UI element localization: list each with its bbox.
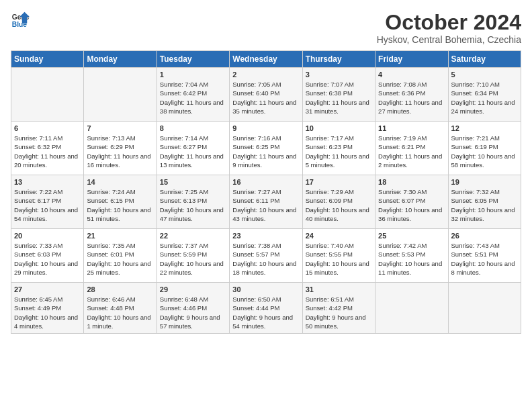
month-title: October 2024 (377, 11, 521, 34)
day-info: Sunrise: 6:45 AM Sunset: 4:49 PM Dayligh… (14, 295, 81, 330)
day-info: Sunrise: 7:38 AM Sunset: 5:57 PM Dayligh… (232, 241, 299, 277)
page-header: General Blue October 2024 Hyskov, Centra… (11, 11, 521, 45)
day-info: Sunrise: 7:27 AM Sunset: 6:11 PM Dayligh… (232, 187, 299, 223)
day-info: Sunrise: 7:40 AM Sunset: 5:55 PM Dayligh… (306, 241, 372, 277)
calendar-cell: 18Sunrise: 7:30 AM Sunset: 6:07 PM Dayli… (375, 175, 448, 229)
day-number: 21 (87, 232, 153, 240)
day-info: Sunrise: 7:43 AM Sunset: 5:51 PM Dayligh… (451, 241, 518, 277)
calendar-cell: 28Sunrise: 6:46 AM Sunset: 4:48 PM Dayli… (84, 283, 157, 334)
calendar-week-3: 13Sunrise: 7:22 AM Sunset: 6:17 PM Dayli… (11, 175, 521, 229)
calendar-cell (448, 283, 521, 334)
calendar-cell (84, 68, 157, 122)
day-info: Sunrise: 7:29 AM Sunset: 6:09 PM Dayligh… (306, 187, 372, 223)
day-info: Sunrise: 6:51 AM Sunset: 4:42 PM Dayligh… (306, 295, 372, 330)
calendar-cell: 25Sunrise: 7:42 AM Sunset: 5:53 PM Dayli… (375, 229, 448, 283)
calendar-cell (375, 283, 448, 334)
calendar-cell: 30Sunrise: 6:50 AM Sunset: 4:44 PM Dayli… (230, 283, 302, 334)
calendar-table: SundayMondayTuesdayWednesdayThursdayFrid… (11, 50, 521, 334)
calendar-cell: 31Sunrise: 6:51 AM Sunset: 4:42 PM Dayli… (302, 283, 375, 334)
day-number: 15 (160, 178, 226, 186)
day-number: 4 (378, 71, 445, 79)
day-info: Sunrise: 7:16 AM Sunset: 6:25 PM Dayligh… (232, 134, 299, 169)
day-info: Sunrise: 6:50 AM Sunset: 4:44 PM Dayligh… (232, 295, 299, 330)
calendar-cell: 13Sunrise: 7:22 AM Sunset: 6:17 PM Dayli… (11, 175, 84, 229)
day-header-tuesday: Tuesday (157, 51, 229, 68)
day-number: 29 (160, 285, 226, 293)
day-info: Sunrise: 7:22 AM Sunset: 6:17 PM Dayligh… (14, 187, 81, 223)
calendar-cell: 5Sunrise: 7:10 AM Sunset: 6:34 PM Daylig… (448, 68, 521, 122)
calendar-cell: 4Sunrise: 7:08 AM Sunset: 6:36 PM Daylig… (375, 68, 448, 122)
day-info: Sunrise: 7:04 AM Sunset: 6:42 PM Dayligh… (160, 80, 226, 116)
day-number: 13 (14, 178, 81, 186)
day-number: 14 (87, 178, 153, 186)
calendar-week-2: 6Sunrise: 7:11 AM Sunset: 6:32 PM Daylig… (11, 122, 521, 175)
day-number: 2 (232, 71, 299, 79)
calendar-cell (11, 68, 84, 122)
calendar-cell: 19Sunrise: 7:32 AM Sunset: 6:05 PM Dayli… (448, 175, 521, 229)
day-number: 27 (14, 285, 81, 293)
day-number: 24 (306, 232, 372, 240)
day-number: 17 (306, 178, 372, 186)
day-info: Sunrise: 7:30 AM Sunset: 6:07 PM Dayligh… (378, 187, 445, 223)
day-info: Sunrise: 7:07 AM Sunset: 6:38 PM Dayligh… (306, 80, 372, 116)
calendar-cell: 11Sunrise: 7:19 AM Sunset: 6:21 PM Dayli… (375, 122, 448, 175)
calendar-cell: 15Sunrise: 7:25 AM Sunset: 6:13 PM Dayli… (157, 175, 229, 229)
calendar-week-1: 1Sunrise: 7:04 AM Sunset: 6:42 PM Daylig… (11, 68, 521, 122)
day-info: Sunrise: 7:14 AM Sunset: 6:27 PM Dayligh… (160, 134, 226, 169)
day-number: 9 (232, 124, 299, 132)
calendar-cell: 16Sunrise: 7:27 AM Sunset: 6:11 PM Dayli… (230, 175, 302, 229)
calendar-cell: 23Sunrise: 7:38 AM Sunset: 5:57 PM Dayli… (230, 229, 302, 283)
calendar-cell: 6Sunrise: 7:11 AM Sunset: 6:32 PM Daylig… (11, 122, 84, 175)
day-info: Sunrise: 7:10 AM Sunset: 6:34 PM Dayligh… (451, 80, 518, 116)
calendar-cell: 9Sunrise: 7:16 AM Sunset: 6:25 PM Daylig… (230, 122, 302, 175)
calendar-cell: 12Sunrise: 7:21 AM Sunset: 6:19 PM Dayli… (448, 122, 521, 175)
calendar-cell: 8Sunrise: 7:14 AM Sunset: 6:27 PM Daylig… (157, 122, 229, 175)
day-number: 31 (306, 285, 372, 293)
calendar-cell: 29Sunrise: 6:48 AM Sunset: 4:46 PM Dayli… (157, 283, 229, 334)
calendar-cell: 22Sunrise: 7:37 AM Sunset: 5:59 PM Dayli… (157, 229, 229, 283)
day-header-thursday: Thursday (302, 51, 375, 68)
day-info: Sunrise: 7:17 AM Sunset: 6:23 PM Dayligh… (306, 134, 372, 169)
day-info: Sunrise: 6:46 AM Sunset: 4:48 PM Dayligh… (87, 295, 153, 330)
location-subtitle: Hyskov, Central Bohemia, Czechia (377, 34, 521, 45)
day-info: Sunrise: 7:05 AM Sunset: 6:40 PM Dayligh… (232, 80, 299, 116)
calendar-cell: 1Sunrise: 7:04 AM Sunset: 6:42 PM Daylig… (157, 68, 229, 122)
title-block: October 2024 Hyskov, Central Bohemia, Cz… (377, 11, 521, 45)
calendar-cell: 17Sunrise: 7:29 AM Sunset: 6:09 PM Dayli… (302, 175, 375, 229)
day-info: Sunrise: 7:21 AM Sunset: 6:19 PM Dayligh… (451, 134, 518, 169)
day-info: Sunrise: 7:37 AM Sunset: 5:59 PM Dayligh… (160, 241, 226, 277)
calendar-cell: 21Sunrise: 7:35 AM Sunset: 6:01 PM Dayli… (84, 229, 157, 283)
day-header-monday: Monday (84, 51, 157, 68)
day-header-friday: Friday (375, 51, 448, 68)
day-number: 6 (14, 124, 81, 132)
calendar-week-4: 20Sunrise: 7:33 AM Sunset: 6:03 PM Dayli… (11, 229, 521, 283)
day-info: Sunrise: 7:32 AM Sunset: 6:05 PM Dayligh… (451, 187, 518, 223)
day-number: 5 (451, 71, 518, 79)
calendar-cell: 7Sunrise: 7:13 AM Sunset: 6:29 PM Daylig… (84, 122, 157, 175)
calendar-cell: 27Sunrise: 6:45 AM Sunset: 4:49 PM Dayli… (11, 283, 84, 334)
day-info: Sunrise: 7:42 AM Sunset: 5:53 PM Dayligh… (378, 241, 445, 277)
calendar-header-row: SundayMondayTuesdayWednesdayThursdayFrid… (11, 51, 521, 68)
day-info: Sunrise: 6:48 AM Sunset: 4:46 PM Dayligh… (160, 295, 226, 330)
day-number: 19 (451, 178, 518, 186)
day-info: Sunrise: 7:19 AM Sunset: 6:21 PM Dayligh… (378, 134, 445, 169)
day-header-sunday: Sunday (11, 51, 84, 68)
day-info: Sunrise: 7:25 AM Sunset: 6:13 PM Dayligh… (160, 187, 226, 223)
calendar-cell: 14Sunrise: 7:24 AM Sunset: 6:15 PM Dayli… (84, 175, 157, 229)
day-number: 7 (87, 124, 153, 132)
day-header-wednesday: Wednesday (230, 51, 302, 68)
calendar-week-5: 27Sunrise: 6:45 AM Sunset: 4:49 PM Dayli… (11, 283, 521, 334)
day-number: 10 (306, 124, 372, 132)
day-number: 26 (451, 232, 518, 240)
day-number: 11 (378, 124, 445, 132)
day-number: 8 (160, 124, 226, 132)
calendar-cell: 2Sunrise: 7:05 AM Sunset: 6:40 PM Daylig… (230, 68, 302, 122)
day-number: 22 (160, 232, 226, 240)
logo: General Blue (11, 11, 30, 30)
calendar-cell: 3Sunrise: 7:07 AM Sunset: 6:38 PM Daylig… (302, 68, 375, 122)
calendar-body: 1Sunrise: 7:04 AM Sunset: 6:42 PM Daylig… (11, 68, 521, 334)
day-number: 20 (14, 232, 81, 240)
calendar-cell: 24Sunrise: 7:40 AM Sunset: 5:55 PM Dayli… (302, 229, 375, 283)
day-number: 3 (306, 71, 372, 79)
calendar-cell: 20Sunrise: 7:33 AM Sunset: 6:03 PM Dayli… (11, 229, 84, 283)
